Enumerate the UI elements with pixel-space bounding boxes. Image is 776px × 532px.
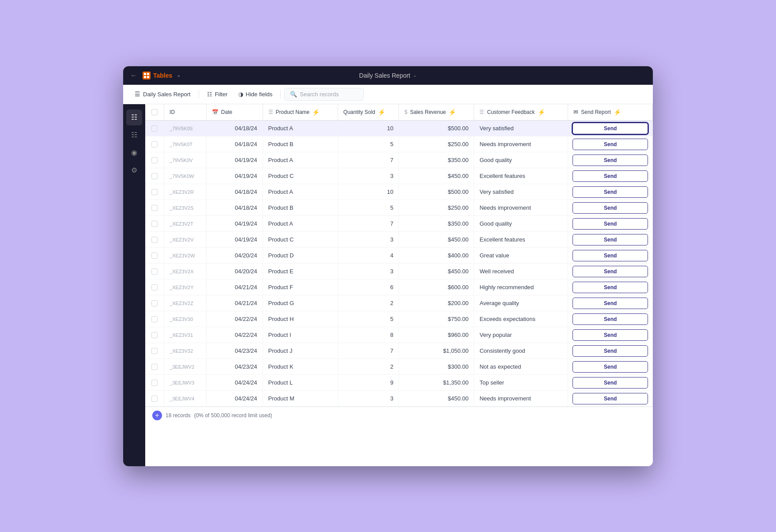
col-header-id: ID: [164, 104, 207, 121]
sidebar-icon-eye[interactable]: ◉: [126, 145, 142, 161]
row-feedback: Top seller: [474, 375, 568, 391]
col-header-send: ✉ Send Report ⚡: [568, 104, 653, 121]
sidebar-icon-settings[interactable]: ⚙: [126, 162, 142, 178]
search-icon: 🔍: [290, 91, 297, 98]
send-button[interactable]: Send: [573, 361, 648, 373]
row-qty: 2: [338, 295, 399, 311]
col-header-date: 📅 Date: [206, 104, 263, 121]
row-id: _XEZ3V2W: [164, 248, 207, 264]
send-button[interactable]: Send: [573, 186, 648, 198]
search-box[interactable]: 🔍 Search records: [284, 88, 364, 101]
row-revenue: $200.00: [399, 295, 474, 311]
row-qty: 5: [338, 311, 399, 327]
row-send-cell: Send: [568, 200, 653, 216]
send-button[interactable]: Send: [573, 250, 648, 261]
row-product: Product D: [263, 248, 338, 264]
row-checkbox[interactable]: [151, 284, 158, 291]
row-checkbox-cell: [145, 343, 164, 359]
table-row: _3EEJWV404/24/24Product M3$450.00Needs i…: [145, 391, 653, 407]
row-feedback: Excellent features: [474, 168, 568, 184]
back-button[interactable]: ←: [130, 72, 137, 79]
row-feedback: Excellent features: [474, 232, 568, 248]
row-checkbox[interactable]: [151, 300, 158, 306]
sidebar: ☷ ☷ ◉ ⚙: [123, 104, 145, 466]
row-feedback: Well received: [474, 264, 568, 279]
row-checkbox[interactable]: [151, 173, 158, 179]
send-button[interactable]: Send: [573, 139, 648, 150]
send-button[interactable]: Send: [573, 313, 648, 325]
product-lightning-icon: ⚡: [312, 109, 320, 116]
send-button[interactable]: Send: [573, 170, 648, 182]
send-button[interactable]: Send: [573, 234, 648, 245]
row-checkbox[interactable]: [151, 364, 158, 370]
table-row: _XEZ3V2T04/19/24Product A7$350.00Good qu…: [145, 216, 653, 232]
row-product: Product A: [263, 184, 338, 200]
col-header-revenue: $ Sales Revenue ⚡: [399, 104, 474, 121]
row-product: Product F: [263, 279, 338, 295]
filter-button[interactable]: ☷ Filter: [203, 88, 232, 100]
row-checkbox[interactable]: [151, 253, 158, 259]
row-checkbox[interactable]: [151, 157, 158, 163]
row-checkbox[interactable]: [151, 380, 158, 386]
row-checkbox[interactable]: [151, 237, 158, 243]
send-button[interactable]: Send: [573, 345, 648, 357]
send-button[interactable]: Send: [573, 282, 648, 293]
date-col-icon: 📅: [212, 109, 218, 115]
row-checkbox[interactable]: [151, 141, 158, 147]
row-product: Product L: [263, 375, 338, 391]
row-id: _79V5K0S: [164, 121, 207, 136]
row-date: 04/18/24: [206, 200, 263, 216]
row-feedback: Needs improvement: [474, 200, 568, 216]
toolbar: ☰ Daily Sales Report ☷ Filter ◑ Hide fie…: [123, 85, 653, 104]
send-button[interactable]: Send: [573, 329, 648, 341]
row-checkbox[interactable]: [151, 125, 158, 132]
main-layout: ☷ ☷ ◉ ⚙: [123, 104, 653, 466]
row-id: _79V5K0T: [164, 136, 207, 152]
table-row: _XEZ3V2X04/20/24Product E3$450.00Well re…: [145, 264, 653, 279]
table-row: _79V5K0V04/19/24Product A7$350.00Good qu…: [145, 152, 653, 168]
row-date: 04/20/24: [206, 248, 263, 264]
row-checkbox[interactable]: [151, 348, 158, 354]
header-checkbox[interactable]: [151, 109, 158, 115]
row-send-cell: Send: [568, 136, 653, 152]
table-row: _XEZ3V2Z04/21/24Product G2$200.00Average…: [145, 295, 653, 311]
add-record-button[interactable]: +: [152, 411, 162, 420]
row-checkbox[interactable]: [151, 268, 158, 275]
table-body: _79V5K0S04/18/24Product A10$500.00Very s…: [145, 121, 653, 407]
row-checkbox[interactable]: [151, 189, 158, 195]
row-checkbox[interactable]: [151, 396, 158, 402]
hide-fields-button[interactable]: ◑ Hide fields: [234, 88, 277, 100]
row-feedback: Exceeds expectations: [474, 311, 568, 327]
send-button[interactable]: Send: [573, 298, 648, 309]
row-id: _3EEJWV3: [164, 375, 207, 391]
row-send-cell: Send: [568, 279, 653, 295]
row-checkbox-cell: [145, 152, 164, 168]
row-checkbox-cell: [145, 295, 164, 311]
send-button[interactable]: Send: [573, 393, 648, 404]
row-date: 04/24/24: [206, 391, 263, 407]
table-label-button[interactable]: ☰ Daily Sales Report: [130, 88, 195, 100]
send-button[interactable]: Send: [573, 266, 648, 277]
send-col-icon: ✉: [573, 109, 578, 115]
row-checkbox[interactable]: [151, 332, 158, 338]
send-button[interactable]: Send: [573, 155, 648, 166]
row-revenue: $350.00: [399, 152, 474, 168]
send-button[interactable]: Send: [573, 377, 648, 389]
row-checkbox[interactable]: [151, 316, 158, 322]
row-checkbox-cell: [145, 375, 164, 391]
row-send-cell: Send: [568, 375, 653, 391]
sidebar-icon-grid[interactable]: ☷: [126, 109, 142, 125]
qty-lightning-icon: ⚡: [378, 109, 385, 116]
send-button[interactable]: Send: [573, 123, 648, 134]
row-send-cell: Send: [568, 232, 653, 248]
row-id: _XEZ3V2S: [164, 200, 207, 216]
row-send-cell: Send: [568, 216, 653, 232]
row-feedback: Very satisfied: [474, 121, 568, 136]
send-button[interactable]: Send: [573, 218, 648, 230]
sidebar-icon-filter[interactable]: ☷: [126, 127, 142, 143]
send-button[interactable]: Send: [573, 202, 648, 214]
row-checkbox[interactable]: [151, 205, 158, 211]
row-qty: 10: [338, 184, 399, 200]
row-product: Product C: [263, 232, 338, 248]
row-checkbox[interactable]: [151, 221, 158, 227]
